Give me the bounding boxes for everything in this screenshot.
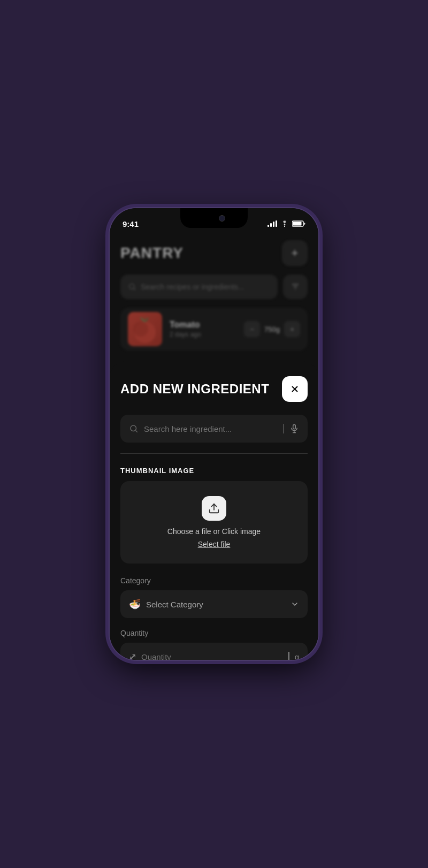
thumbnail-section-label: THUMBNAIL IMAGE: [120, 467, 308, 475]
divider: [120, 453, 308, 454]
signal-icon: [268, 220, 277, 227]
filter-icon: [291, 282, 300, 292]
plus-icon: +: [292, 246, 299, 260]
scroll-content[interactable]: PANTRY + Search recipes or ingredients..…: [110, 232, 318, 660]
ingredient-thumbnail-bg: [128, 312, 162, 346]
quantity-input-container[interactable]: ⤢ g: [120, 643, 308, 660]
category-icon: 🍜: [129, 598, 141, 610]
ingredient-name-bg: Tomato: [170, 320, 236, 330]
thumbnail-hint: Choose a file or Click image: [167, 527, 261, 536]
search-icon-modal: [129, 424, 139, 433]
quantity-cursor: [288, 652, 289, 660]
wifi-icon: [280, 220, 289, 227]
notch: [180, 208, 248, 228]
category-label: Category: [120, 576, 308, 585]
quantity-controls-bg: − 750g +: [244, 321, 300, 337]
phone-inner: 9:41: [110, 208, 318, 660]
pantry-background: PANTRY + Search recipes or ingredients..…: [110, 232, 318, 361]
svg-rect-2: [293, 222, 302, 226]
search-icon-bg: [128, 283, 136, 291]
quantity-field[interactable]: [141, 652, 283, 660]
upload-icon: [208, 502, 220, 514]
qty-decrease-bg: −: [244, 321, 260, 337]
svg-point-3: [129, 284, 134, 289]
quantity-label: Quantity: [120, 629, 308, 637]
quantity-unit: g: [295, 652, 299, 660]
select-file-link[interactable]: Select file: [198, 540, 231, 549]
ingredient-date-bg: 2 days ago: [170, 331, 236, 338]
pantry-header: PANTRY +: [120, 240, 308, 266]
category-dropdown[interactable]: 🍜 Select Category: [120, 590, 308, 618]
camera-dot: [219, 215, 225, 222]
search-bar-bg: Search recipes or ingredients...: [120, 275, 278, 299]
qty-value-bg: 750g: [264, 325, 280, 333]
mic-icon[interactable]: [289, 424, 299, 433]
svg-point-0: [284, 226, 285, 227]
category-select-text: Select Category: [146, 600, 285, 609]
battery-icon: [292, 220, 305, 227]
svg-rect-12: [293, 425, 296, 429]
chevron-down-icon: [291, 600, 299, 608]
phone-frame: 9:41: [110, 208, 318, 660]
ingredient-search-input[interactable]: [144, 424, 278, 433]
cursor-line: [284, 424, 285, 433]
close-icon: [290, 384, 300, 394]
quantity-icon: ⤢: [129, 652, 136, 660]
search-placeholder-bg: Search recipes or ingredients...: [141, 283, 244, 291]
ingredient-card-bg: Tomato 2 days ago − 750g +: [120, 308, 308, 351]
close-modal-button[interactable]: [282, 376, 308, 402]
add-ingredient-modal: ADD NEW INGREDIENT: [110, 361, 318, 660]
upload-icon-button[interactable]: [202, 496, 226, 521]
status-icons: [268, 220, 305, 227]
ingredient-info-bg: Tomato 2 days ago: [170, 320, 236, 338]
modal-title: ADD NEW INGREDIENT: [120, 382, 269, 397]
thumbnail-upload-area[interactable]: Choose a file or Click image Select file: [120, 481, 308, 564]
search-row: Search recipes or ingredients...: [120, 275, 308, 299]
qty-increase-bg: +: [284, 321, 300, 337]
modal-header: ADD NEW INGREDIENT: [120, 376, 308, 402]
status-time: 9:41: [123, 219, 139, 229]
add-ingredient-bg-button: +: [282, 240, 308, 266]
pantry-title: PANTRY: [120, 245, 184, 262]
ingredient-search-container[interactable]: [120, 415, 308, 443]
filter-btn-bg: [283, 275, 308, 299]
svg-point-11: [131, 425, 136, 431]
svg-point-8: [133, 322, 148, 337]
